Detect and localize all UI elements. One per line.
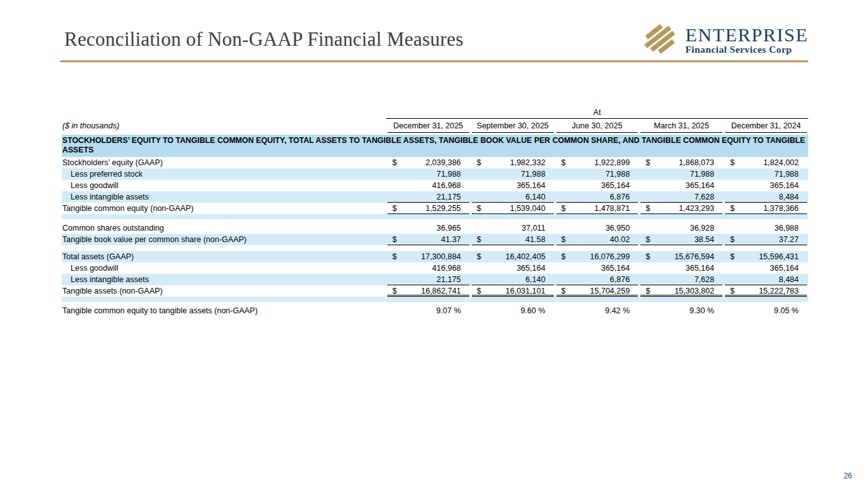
cell-value: 16,402,405 <box>506 251 546 262</box>
currency-symbol: $ <box>730 234 734 245</box>
value-cell: 71,988 <box>387 168 469 180</box>
cell-value: 16,076,299 <box>590 251 630 262</box>
column-header: September 30, 2025 <box>472 119 554 133</box>
cell-value: 2,039,386 <box>425 157 461 168</box>
value-cell: $40.02 <box>556 234 638 245</box>
value-cell: $16,862,741 <box>387 285 469 297</box>
currency-symbol: $ <box>477 234 481 245</box>
reconciliation-table: At ($ in thousands) December 31, 2025Sep… <box>62 107 808 316</box>
value-cell: 21,175 <box>387 191 469 203</box>
value-cell: 37,011 <box>472 222 554 234</box>
currency-symbol: $ <box>561 157 566 168</box>
logo-company-subtitle: Financial Services Corp <box>685 44 808 55</box>
logo-text: ENTERPRISE Financial Services Corp <box>685 26 808 55</box>
value-cell: 9.42 % <box>556 305 638 316</box>
row-values: 21,1756,1406,8767,6288,484 <box>386 191 808 203</box>
currency-symbol: $ <box>392 157 397 168</box>
column-header: June 30, 2025 <box>556 119 638 133</box>
currency-symbol: $ <box>561 234 566 245</box>
value-cell: 71,988 <box>556 168 638 180</box>
row-values: 416,968365,164365,164365,164365,164 <box>386 180 808 191</box>
currency-symbol: $ <box>561 285 566 295</box>
cell-value: 1,539,040 <box>510 203 546 214</box>
row-label: Less preferred stock <box>62 168 386 180</box>
cell-value: 1,378,366 <box>763 203 799 214</box>
cell-value: 15,704,259 <box>590 285 630 295</box>
table-row: Stockholders’ equity (GAAP)$2,039,386$1,… <box>62 157 808 168</box>
value-cell: $16,076,299 <box>556 251 638 262</box>
value-cell: 365,164 <box>640 180 722 191</box>
value-cell: $17,300,884 <box>387 251 469 262</box>
cell-value: 8,484 <box>779 191 799 202</box>
cell-value: 365,164 <box>770 262 799 274</box>
row-values: 21,1756,1406,8767,6288,484 <box>386 274 808 285</box>
row-label: Tangible book value per common share (no… <box>62 234 386 245</box>
units-note: ($ in thousands) <box>62 118 386 133</box>
section-header: STOCKHOLDERS’ EQUITY TO TANGIBLE COMMON … <box>62 135 808 157</box>
cell-value: 7,628 <box>694 191 714 202</box>
value-cell: 36,928 <box>640 222 722 234</box>
value-cell: 71,988 <box>472 168 554 180</box>
cell-value: 6,140 <box>525 191 545 202</box>
currency-symbol: $ <box>392 203 397 214</box>
value-cell: 6,140 <box>472 274 554 285</box>
currency-symbol: $ <box>645 285 650 295</box>
value-cell: 365,164 <box>556 180 638 191</box>
cell-value: 9.30 % <box>689 305 714 316</box>
value-cell: $15,303,802 <box>640 285 722 297</box>
row-label: Less intangible assets <box>62 274 386 285</box>
cell-value: 9.42 % <box>605 305 630 316</box>
cell-value: 71,988 <box>521 168 545 180</box>
table-row: Tangible common equity to tangible asset… <box>62 305 808 316</box>
cell-value: 21,175 <box>437 191 461 202</box>
currency-symbol: $ <box>392 234 397 245</box>
table-row: Less goodwill416,968365,164365,164365,16… <box>62 262 808 274</box>
cell-value: 21,175 <box>437 274 461 285</box>
currency-symbol: $ <box>730 203 734 214</box>
cell-value: 1,824,002 <box>763 157 799 168</box>
currency-symbol: $ <box>477 251 481 262</box>
value-cell: 365,164 <box>472 262 554 274</box>
cell-value: 1,529,255 <box>425 203 461 214</box>
cell-value: 7,628 <box>694 274 714 285</box>
currency-symbol: $ <box>392 251 397 262</box>
cell-value: 15,596,431 <box>759 251 799 262</box>
table-header-row: ($ in thousands) December 31, 2025Septem… <box>62 118 808 133</box>
row-label: Less intangible assets <box>62 191 386 203</box>
cell-value: 1,982,332 <box>510 157 546 168</box>
table-row: Tangible book value per common share (no… <box>62 234 808 245</box>
cell-value: 6,876 <box>610 191 630 202</box>
value-cell: 8,484 <box>725 191 807 203</box>
currency-symbol: $ <box>477 285 481 295</box>
row-label: Stockholders’ equity (GAAP) <box>62 157 386 168</box>
currency-symbol: $ <box>730 157 734 168</box>
table-row: Less goodwill416,968365,164365,164365,16… <box>62 180 808 191</box>
value-cell: $1,982,332 <box>472 157 554 168</box>
row-values: $16,862,741$16,031,101$15,704,259$15,303… <box>386 285 808 297</box>
cell-value: 36,965 <box>437 222 461 234</box>
table-row: Total assets (GAAP)$17,300,884$16,402,40… <box>62 251 808 262</box>
value-cell: 9.60 % <box>472 305 554 316</box>
currency-symbol: $ <box>561 203 566 214</box>
column-header: March 31, 2025 <box>640 119 722 133</box>
cell-value: 16,031,101 <box>506 285 546 295</box>
value-cell: $15,222,783 <box>725 285 807 297</box>
value-cell: 9.05 % <box>725 305 807 316</box>
value-cell: 9.30 % <box>640 305 722 316</box>
currency-symbol: $ <box>392 285 397 295</box>
value-cell: 71,988 <box>640 168 722 180</box>
value-cell: $1,824,002 <box>725 157 807 168</box>
value-cell: 7,628 <box>640 191 722 203</box>
cell-value: 9.05 % <box>774 305 799 316</box>
value-cell: 6,140 <box>472 191 554 203</box>
page-number: 26 <box>844 471 852 480</box>
row-label: Tangible assets (non-GAAP) <box>62 285 386 297</box>
cell-value: 71,988 <box>690 168 714 180</box>
row-values: $2,039,386$1,982,332$1,922,899$1,868,073… <box>386 157 808 168</box>
cell-value: 8,484 <box>779 274 799 285</box>
table-body: STOCKHOLDERS’ EQUITY TO TANGIBLE COMMON … <box>62 135 808 316</box>
value-cell: $1,378,366 <box>725 203 807 214</box>
cell-value: 365,164 <box>601 262 630 274</box>
value-cell: 416,968 <box>387 262 469 274</box>
row-label: Common shares outstanding <box>62 222 386 234</box>
